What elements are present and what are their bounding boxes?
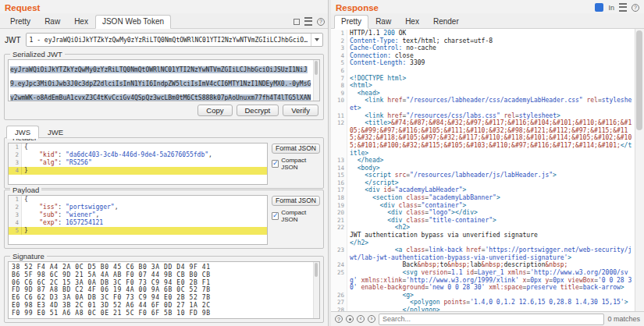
copy-button[interactable]: Copy	[197, 105, 232, 116]
previous-match-icon[interactable]	[357, 315, 365, 323]
compact-json-label: Compact JSON	[281, 209, 320, 223]
response-tab-raw[interactable]: Raw	[368, 15, 398, 29]
scrollbar-thumb[interactable]	[636, 30, 642, 130]
code-line: 10 <link href="/resources/labheader/css/…	[331, 97, 635, 112]
code-line: 23 <a class=link-back href='https://port…	[331, 246, 635, 261]
tab-jws[interactable]: JWS	[6, 126, 39, 139]
decrypt-button[interactable]: Decrypt	[237, 105, 279, 116]
response-search-bar: 0 matches	[331, 311, 644, 326]
code-line: 2Content-Type: text/html; charset=utf-8	[331, 37, 635, 45]
code-line: 18 <section class="academyLabBanner">	[331, 194, 635, 202]
tab-jwe[interactable]: JWE	[39, 126, 72, 139]
jwt-token-select[interactable]: 1 - eyJraWQiOiJkYTZkYzQwMy0zYzRiLTQ0NmQt…	[26, 33, 323, 47]
request-tab-raw[interactable]: Raw	[37, 15, 67, 29]
jwt-payload-editor[interactable]: 1{2 "iss": "portswigger",3 "sub": "wiene…	[8, 195, 268, 245]
checkbox-checked-icon[interactable]	[272, 160, 279, 168]
code-line: 3Cache-Control: no-cache	[331, 44, 635, 52]
menu-icon[interactable]	[619, 3, 627, 12]
response-panel: Response In Pretty Raw Hex Render 1HTTP/…	[331, 0, 644, 326]
compact-json-checkbox[interactable]: Compact JSON	[272, 209, 320, 223]
request-tab-pretty[interactable]: Pretty	[3, 15, 37, 29]
request-panel-header: Request	[0, 0, 328, 13]
code-line: 1HTTP/1.1 200 OK	[331, 30, 635, 37]
code-line: 9 <head>	[331, 90, 635, 97]
response-tab-render[interactable]: Render	[426, 15, 466, 29]
inspector-icon[interactable]	[595, 3, 603, 12]
popout-icon[interactable]	[294, 19, 300, 25]
match-count: 0 matches	[607, 315, 640, 323]
request-tab-json-web-token[interactable]: JSON Web Token	[95, 15, 171, 29]
code-line: 26 <g>	[331, 292, 635, 299]
request-panel-title: Request	[5, 3, 40, 12]
code-line: 5}	[9, 227, 267, 235]
hex-row: F0 99 E0 51 A6 A8 0C 0E 21 5C F0 6F 5B 1…	[12, 310, 311, 317]
scrollbar-thumb[interactable]	[315, 263, 318, 277]
jwt-signature-label: Signature	[10, 252, 47, 260]
code-line: 4 "exp": 1657254121	[9, 219, 267, 227]
format-json-button[interactable]: Format JSON	[272, 144, 320, 154]
jwt-payload-group: Payload 1{2 "iss": "portswigger",3 "sub"…	[4, 190, 324, 249]
serialized-jwt-textarea[interactable]: eyJraWQiOiJkYTZkYzQwMy0zYzRiLTQ0NmQtOWRl…	[8, 59, 320, 101]
response-scrollbar[interactable]	[635, 29, 644, 311]
chevron-down-icon[interactable]	[311, 34, 322, 46]
code-line: 3 "alg": "RS256"	[9, 159, 267, 167]
verify-button[interactable]: Verify	[283, 105, 318, 116]
request-panel: Request Pretty Raw Hex JSON Web Token JW…	[0, 0, 329, 326]
hex-row: 38 52 F4 A4 2A 0C D5 B0 45 C6 B0 3A DD D…	[12, 264, 311, 271]
code-line: 7<!DOCTYPE html>	[331, 75, 635, 83]
code-line: 28 </polygon>	[331, 307, 635, 311]
request-tabs-bar: Pretty Raw Hex JSON Web Token	[0, 13, 328, 29]
search-input[interactable]	[379, 314, 604, 325]
code-line: 8<html>	[331, 82, 635, 90]
serialized-jwt-text: eyJraWQiOiJkYTZkYzQwMy0zYzRiLTQ0NmQtOWRl…	[10, 66, 311, 101]
burp-repeater-view: Request Pretty Raw Hex JSON Web Token JW…	[0, 0, 644, 326]
format-json-button[interactable]: Format JSON	[272, 196, 320, 206]
response-header-icons: In	[595, 3, 639, 12]
compact-json-checkbox[interactable]: Compact JSON	[272, 157, 320, 171]
code-line: 2 "iss": "portswigger",	[9, 204, 267, 211]
code-line: 27 <polygon points='1.4,0 0,1.2 12.6,15 …	[331, 299, 635, 307]
code-line: </h2>	[331, 239, 635, 247]
compact-json-label: Compact JSON	[281, 157, 320, 171]
serialized-jwt-scrollbar[interactable]	[313, 60, 319, 101]
jwt-token-select-value: 1 - eyJraWQiOiJkYTZkYzQwMy0zYzRiLTQ0NmQt…	[27, 37, 311, 44]
response-tab-hex[interactable]: Hex	[398, 15, 426, 29]
checkbox-checked-icon[interactable]	[272, 212, 279, 220]
jwt-header-editor[interactable]: 1{2 "kid": "da6dc403-3c4b-446d-9de4-5a26…	[8, 143, 268, 185]
request-tab-hex[interactable]: Hex	[67, 15, 95, 29]
code-line: 14 <body>	[331, 165, 635, 172]
response-panel-title: Response	[336, 3, 379, 12]
jwt-selector-row: JWT 1 - eyJraWQiOiJkYTZkYzQwMy0zYzRiLTQ0…	[0, 29, 328, 48]
response-panel-header: Response In	[331, 0, 644, 13]
signature-hex-view[interactable]: 38 52 F4 A4 2A 0C D5 B0 45 C6 B0 3A DD D…	[8, 261, 320, 319]
response-code-area: 1HTTP/1.1 200 OK2Content-Type: text/html…	[331, 29, 644, 311]
code-line: 24 Back&nbsp;to&nbsp;lab&nbsp;descriptio…	[331, 261, 635, 269]
scrollbar-thumb[interactable]	[315, 61, 318, 75]
code-line: 1{	[9, 196, 267, 204]
jws-jwe-tabs: JWS JWE	[0, 122, 328, 138]
hex-row: E6 C6 62 D3 3A 0A DB 3C F0 73 C9 94 E0 2…	[12, 294, 311, 302]
help-icon[interactable]	[632, 4, 639, 12]
code-line: 25 <svg version=1.1 id=Layer_1 xmlns='ht…	[331, 269, 635, 292]
hex-row: FD 9D 87 A8 BD C2 4F 06 19 4A 00 9A 6B 0…	[12, 286, 311, 294]
response-tab-pretty[interactable]: Pretty	[334, 15, 368, 29]
code-line: 13 </head>	[331, 157, 635, 165]
code-line: 19 <div class="container">	[331, 202, 635, 210]
help-icon[interactable]	[317, 18, 325, 26]
hex-row: B6 5F 98 6C 9D 21 5A 4A AB F0 07 44 9B C…	[12, 271, 311, 279]
code-line: 5Content-Length: 3309	[331, 59, 635, 67]
jwt-signature-group: Signature 38 52 F4 A4 2A 0C D5 B0 45 C6 …	[4, 256, 324, 323]
code-line: 22 <h2>	[331, 224, 635, 232]
jwt-payload-label: Payload	[10, 186, 41, 194]
hex-row: E0 98 E3 4D 3B 2C 01 3D 52 A6 44 6F 0D 2…	[12, 302, 311, 310]
search-help-icon[interactable]	[335, 315, 343, 323]
next-match-icon[interactable]	[368, 315, 375, 323]
response-tabs-bar: Pretty Raw Hex Render	[331, 13, 644, 29]
menu-icon[interactable]	[304, 17, 312, 26]
signature-hex: 38 52 F4 A4 2A 0C D5 B0 45 C6 B0 3A DD D…	[12, 264, 311, 317]
signature-scrollbar[interactable]	[313, 262, 319, 318]
code-line: 11 <link href="/resources/css/labs.css" …	[331, 112, 635, 120]
hex-row: 06 C6 6C 2C 15 3A 0A DB 3C F0 73 C9 94 E…	[12, 279, 311, 287]
code-line: JWT authentication bypass via unverified…	[331, 232, 635, 239]
search-settings-icon[interactable]	[346, 315, 354, 323]
